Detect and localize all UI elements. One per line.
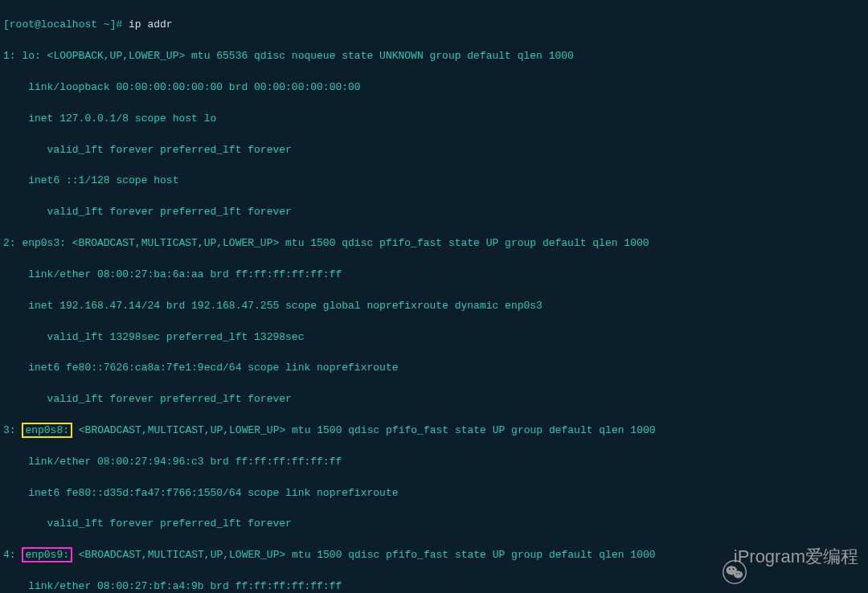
output-line: valid_lft forever preferred_lft forever — [3, 204, 865, 219]
svg-point-4 — [733, 569, 735, 571]
command: ip addr — [129, 18, 173, 31]
svg-point-6 — [739, 574, 741, 575]
output-line: valid_lft forever preferred_lft forever — [3, 516, 865, 531]
svg-point-5 — [736, 574, 738, 575]
output-line: inet6 fe80::7626:ca8a:7fe1:9ecd/64 scope… — [3, 360, 865, 375]
output-line: 2: enp0s3: <BROADCAST,MULTICAST,UP,LOWER… — [3, 235, 865, 251]
output-line: link/ether 08:00:27:94:96:c3 brd ff:ff:f… — [3, 454, 865, 469]
output-line: valid_lft 13298sec preferred_lft 13298se… — [3, 329, 865, 345]
svg-point-3 — [729, 569, 731, 571]
output-line: inet 192.168.47.14/24 brd 192.168.47.255… — [3, 298, 865, 313]
terminal[interactable]: [root@localhost ~]# ip addr 1: lo: <LOOP… — [0, 0, 868, 593]
output-line: inet6 ::1/128 scope host — [3, 173, 865, 188]
svg-point-2 — [734, 571, 743, 579]
highlight-enp0s9: enp0s9: — [22, 547, 72, 562]
line: [root@localhost ~]# ip addr — [3, 17, 865, 32]
output-line: link/ether 08:00:27:ba:6a:aa brd ff:ff:f… — [3, 267, 865, 282]
highlight-enp0s8: enp0s8: — [22, 423, 72, 438]
output-line: 3: enp0s8: <BROADCAST,MULTICAST,UP,LOWER… — [3, 423, 865, 438]
watermark-text: iProgram爱编程 — [734, 549, 858, 564]
output-line: valid_lft forever preferred_lft forever — [3, 142, 865, 157]
output-line: valid_lft forever preferred_lft forever — [3, 391, 865, 407]
watermark: iProgram爱编程 — [703, 545, 858, 569]
output-line: inet 127.0.0.1/8 scope host lo — [3, 111, 865, 126]
output-line: 1: lo: <LOOPBACK,UP,LOWER_UP> mtu 65536 … — [3, 48, 865, 63]
wechat-icon — [703, 545, 727, 569]
output-line: link/loopback 00:00:00:00:00:00 brd 00:0… — [3, 80, 865, 95]
output-line: inet6 fe80::d35d:fa47:f766:1550/64 scope… — [3, 485, 865, 501]
